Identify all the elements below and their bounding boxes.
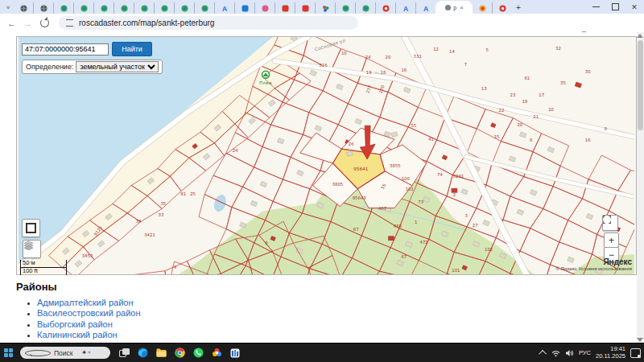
browser-tab[interactable] [473,2,492,14]
scale-bar: 50 м 100 ft [20,260,67,275]
browser-tab[interactable] [234,2,254,14]
forward-icon[interactable]: → [23,19,32,28]
svg-text:4: 4 [174,265,177,269]
attribution-text[interactable]: © Яндекс Условия использования [555,265,632,273]
svg-text:101: 101 [452,268,460,273]
layers-button[interactable] [23,240,41,258]
start-button[interactable] [4,348,14,358]
browser-tab[interactable] [134,2,154,14]
browser-tab[interactable] [93,2,114,14]
minimize-button[interactable] [586,0,605,14]
extent-button[interactable] [22,219,40,237]
browser-tab[interactable] [194,2,214,14]
svg-text:2: 2 [453,192,456,197]
cadastral-map[interactable]: 9564151610241918201627727033112145541265… [16,36,637,275]
svg-text:5: 5 [485,47,488,52]
svg-text:22: 22 [499,108,505,113]
cadastral-number-input[interactable] [22,43,109,56]
browser-tab[interactable] [295,2,315,14]
find-button[interactable]: Найти [112,42,152,56]
back-icon[interactable]: ← [7,19,16,28]
svg-text:516: 516 [319,63,328,68]
browser-tab[interactable] [154,2,174,14]
tab-search-chevron-icon[interactable]: ˅ [2,2,14,14]
district-link[interactable]: Адмиралтейский район [37,298,338,308]
browser-tab[interactable] [315,2,335,14]
district-link[interactable]: Василеостровский район [37,308,338,319]
browser-tab-active[interactable]: р× [436,1,473,14]
scroll-up-icon[interactable] [637,34,643,38]
browser-tab[interactable] [375,2,395,14]
network-icon[interactable] [551,346,560,360]
svg-text:25: 25 [190,191,196,196]
districts-section: Районы Адмиралтейский районВасилеостровс… [16,281,338,343]
svg-text:12: 12 [433,47,439,51]
svg-text:1: 1 [415,220,417,224]
browser-tabs: AAAр× [14,0,512,14]
svg-text:95643: 95643 [353,195,366,200]
maximize-button[interactable] [605,0,625,14]
svg-text:35: 35 [160,201,166,206]
new-tab-button[interactable]: + [512,2,525,14]
svg-text:14: 14 [449,49,455,54]
file-explorer-icon[interactable] [155,348,167,359]
chrome-icon[interactable] [174,348,185,359]
browser-tab[interactable] [492,2,512,14]
taskbar-clock[interactable]: 19:41 20.11.2025 [596,346,625,360]
browser-tab[interactable] [114,2,134,14]
photos-icon[interactable] [211,348,222,359]
browser-tab[interactable] [174,2,194,14]
scrollbar-thumb[interactable] [638,40,643,130]
beach-label: Пляж [259,80,272,85]
edge-icon[interactable] [137,348,148,359]
task-view-icon[interactable] [118,348,130,359]
browser-tab[interactable] [14,2,33,14]
svg-text:102: 102 [485,247,493,252]
district-link[interactable]: Выборгский район [37,319,338,330]
system-tray: РУС 19:41 20.11.2025 [541,343,641,362]
page-content: 9564151610241918201627727033112145541265… [0,32,644,343]
pinned-app-icon[interactable] [229,348,241,359]
site-info-icon[interactable] [66,19,73,27]
browser-tab[interactable] [73,2,93,14]
browser-tab[interactable] [254,2,275,14]
districts-title: Районы [16,281,338,293]
map-search-panel: Найти [22,42,152,56]
svg-text:18: 18 [381,70,386,75]
browser-tab[interactable] [355,2,375,14]
svg-text:19: 19 [522,99,527,104]
object-type-select[interactable]: земельный участок [76,61,159,72]
browser-tab[interactable] [33,2,53,14]
scroll-down-icon[interactable] [637,338,643,342]
districts-list: Адмиралтейский районВасилеостровский рай… [16,298,338,343]
page-scrollbar[interactable] [637,32,644,343]
svg-text:A: A [423,5,428,12]
svg-text:81: 81 [180,191,186,196]
browser-tab[interactable]: A [214,2,234,14]
browser-tab[interactable] [53,2,73,14]
language-indicator[interactable]: РУС [579,349,591,356]
tray-expand-icon[interactable] [539,350,547,358]
address-pill[interactable]: roscadaster.com/map/sankt-peterburg [59,16,358,30]
district-link[interactable]: Калининский район [37,330,338,340]
volume-icon[interactable] [565,346,574,360]
whatsapp-icon[interactable] [192,348,204,359]
browser-tab[interactable]: A [415,2,436,14]
highlighted-parcel-label: 95641 [353,167,369,171]
notifications-icon[interactable] [630,348,641,358]
zoom-in-button[interactable]: + [604,232,619,248]
fullscreen-icon [603,216,611,224]
svg-text:10: 10 [548,107,554,112]
reload-icon[interactable] [40,19,49,27]
close-button[interactable]: ✕ [625,0,644,14]
url-bar: ← → roscadaster.com/map/sankt-peterburg … [0,14,644,33]
copilot-sparkle-icon: ✦✦ [81,349,105,356]
browser-tab[interactable]: A [395,2,415,14]
scale-feet: 100 ft [20,268,67,275]
browser-tab[interactable] [335,2,355,14]
clock-date: 20.11.2025 [596,353,625,360]
taskbar-search[interactable]: Поиск ✦✦ [20,347,110,359]
svg-text:27: 27 [473,223,478,228]
browser-tab[interactable] [275,2,295,14]
fullscreen-button[interactable] [602,215,618,231]
